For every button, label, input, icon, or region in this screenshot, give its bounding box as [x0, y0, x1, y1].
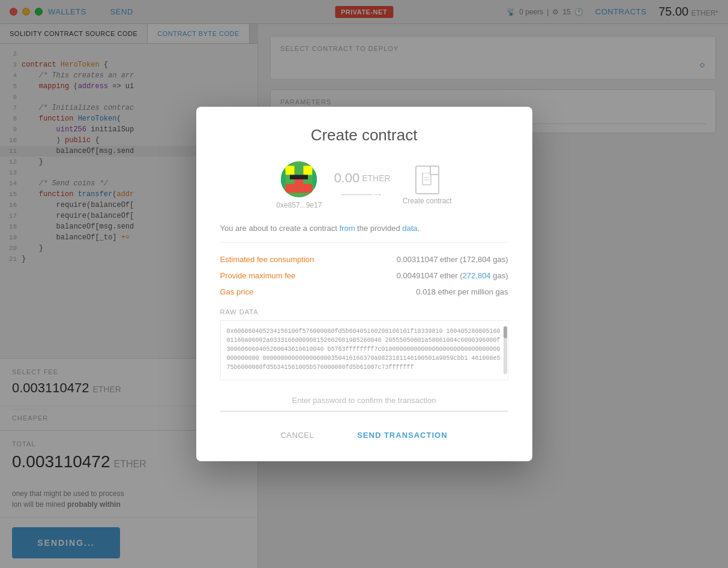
gas-price-label: Gas price — [220, 287, 254, 296]
svg-rect-3 — [290, 175, 308, 180]
transfer-arrow-icon: ────→ — [341, 188, 383, 201]
scrollbar-thumb — [504, 326, 507, 338]
wallet-avatar — [281, 161, 317, 197]
modal-title: Create contract — [220, 126, 508, 145]
gas-price-value: 0.018 ether per million gas — [416, 287, 508, 296]
modal-overlay: Create contract — [0, 0, 728, 568]
create-contract-modal: Create contract — [196, 107, 532, 461]
cancel-button[interactable]: CANCEL — [271, 426, 323, 444]
fee-row-estimated: Estimated fee consumption 0.00311047 eth… — [220, 255, 508, 264]
scrollbar[interactable] — [504, 326, 507, 374]
max-fee-suffix: gas) — [491, 271, 508, 280]
estimated-fee-value: 0.00311047 ether (172,804 gas) — [397, 255, 508, 264]
svg-rect-9 — [423, 173, 431, 185]
highlight-from: from — [340, 224, 355, 233]
password-input[interactable] — [220, 390, 508, 411]
fee-rows: Estimated fee consumption 0.00311047 eth… — [220, 255, 508, 296]
transfer-amount: 0.00 — [334, 170, 359, 186]
svg-rect-8 — [313, 170, 317, 188]
fee-row-gas: Gas price 0.018 ether per million gas — [220, 287, 508, 296]
svg-rect-4 — [286, 184, 295, 193]
modal-description: You are about to create a contract from … — [220, 224, 508, 243]
fee-row-max: Provide maximum fee 0.00491047 ether (27… — [220, 271, 508, 280]
svg-rect-2 — [304, 166, 313, 175]
modal-desc-text: You are about to create a contract from … — [220, 224, 420, 233]
raw-data-section: RAW DATA 0x606060405234156100f576000080f… — [220, 308, 508, 380]
contract-label: Create contract — [403, 197, 452, 205]
send-transaction-button[interactable]: SEND TRANSACTION — [347, 426, 457, 444]
raw-data-label: RAW DATA — [220, 308, 508, 315]
svg-rect-1 — [286, 166, 295, 175]
transfer-info: 0.00 ETHER ────→ — [334, 170, 390, 201]
document-icon — [415, 166, 439, 194]
wallet-address: 0xe857...9e17 — [276, 201, 322, 209]
contract-icon: Create contract — [403, 166, 452, 205]
svg-rect-7 — [281, 170, 286, 188]
max-fee-prefix: 0.00491047 ether ( — [397, 271, 463, 280]
raw-data-wrapper: 0x606060405234156100f576000080fd5b604051… — [220, 320, 508, 380]
raw-data-content: 0x606060405234156100f576000080fd5b604051… — [220, 320, 508, 380]
svg-rect-5 — [304, 184, 313, 193]
modal-actions: CANCEL SEND TRANSACTION — [220, 426, 508, 444]
modal-transfer: 0xe857...9e17 0.00 ETHER ────→ — [220, 161, 508, 209]
estimated-fee-label: Estimated fee consumption — [220, 255, 314, 264]
svg-rect-6 — [295, 179, 304, 193]
max-fee-value: 0.00491047 ether (272,804 gas) — [397, 271, 508, 280]
transfer-unit: ETHER — [362, 173, 390, 183]
max-fee-label: Provide maximum fee — [220, 271, 296, 280]
highlight-data: data — [402, 224, 417, 233]
max-fee-link[interactable]: 272,804 — [463, 271, 491, 280]
